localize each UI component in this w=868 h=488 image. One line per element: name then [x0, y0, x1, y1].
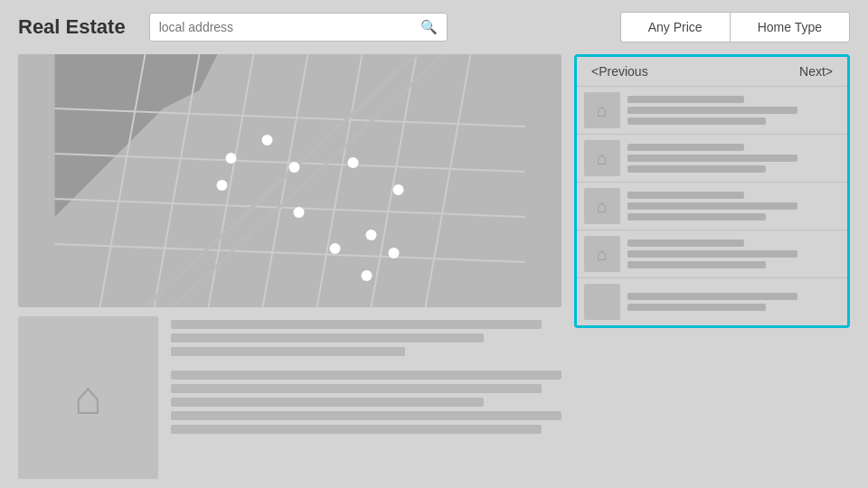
detail-panel: ⌂ — [18, 316, 561, 479]
svg-point-21 — [362, 270, 373, 281]
listing-thumbnail-2: ⌂ — [584, 140, 620, 176]
detail-line-2 — [171, 333, 484, 343]
detail-line-8 — [171, 425, 542, 434]
detail-line-4 — [171, 371, 561, 380]
detail-line-1 — [171, 320, 542, 329]
listings-panel: <Previous Next> ⌂ ⌂ — [574, 54, 850, 328]
listing-text-5 — [627, 293, 840, 311]
detail-line-5 — [171, 384, 542, 393]
svg-point-23 — [226, 153, 237, 164]
map-area[interactable] — [18, 54, 561, 307]
detail-thumbnail: ⌂ — [18, 316, 158, 479]
app-title: Real Estate — [18, 15, 126, 39]
listing-line-4c — [627, 261, 766, 268]
filter-buttons: Any Price Home Type — [620, 12, 850, 42]
listing-line-2b — [627, 155, 797, 162]
svg-point-25 — [389, 248, 400, 258]
search-input[interactable] — [159, 20, 420, 34]
listing-item-last[interactable] — [577, 277, 847, 325]
previous-button[interactable]: <Previous — [591, 64, 648, 79]
header: Real Estate 🔍 Any Price Home Type — [0, 0, 868, 54]
price-filter-button[interactable]: Any Price — [620, 12, 730, 42]
svg-point-24 — [366, 230, 377, 240]
listing-item[interactable]: ⌂ — [577, 134, 847, 182]
svg-point-17 — [294, 207, 305, 218]
main-content: ⌂ <Previous Next> ⌂ — [0, 54, 868, 488]
listing-line-3b — [627, 202, 797, 210]
detail-text-area — [171, 316, 561, 479]
listing-line-4b — [627, 250, 797, 258]
next-button[interactable]: Next> — [799, 64, 833, 79]
listing-text-1 — [627, 96, 840, 125]
listing-text-2 — [627, 144, 840, 173]
listing-line-5a — [627, 293, 797, 300]
listing-line-2c — [627, 165, 766, 173]
listing-thumbnail-1: ⌂ — [584, 92, 620, 128]
listing-item[interactable]: ⌂ — [577, 182, 847, 230]
detail-line-7 — [171, 411, 561, 420]
listing-line-2a — [627, 144, 744, 151]
svg-point-15 — [262, 135, 273, 145]
home-icon-2: ⌂ — [597, 148, 608, 169]
home-type-filter-button[interactable]: Home Type — [730, 12, 850, 42]
listing-text-4 — [627, 239, 840, 268]
listing-thumbnail-3: ⌂ — [584, 188, 620, 224]
svg-point-20 — [330, 243, 341, 254]
svg-point-18 — [393, 184, 404, 195]
listing-text-3 — [627, 192, 840, 221]
search-icon[interactable]: 🔍 — [420, 19, 438, 35]
listing-line-3a — [627, 192, 744, 199]
listing-line-1b — [627, 107, 797, 114]
listings-nav: <Previous Next> — [577, 57, 847, 86]
listing-line-4a — [627, 239, 744, 247]
svg-point-22 — [289, 162, 300, 173]
listing-item[interactable]: ⌂ — [577, 230, 847, 277]
home-icon-large: ⌂ — [74, 371, 102, 425]
left-panel: ⌂ — [18, 54, 561, 479]
listing-thumbnail-4: ⌂ — [584, 236, 620, 272]
detail-line-6 — [171, 398, 484, 407]
detail-line-3 — [171, 347, 405, 356]
search-bar: 🔍 — [149, 13, 448, 42]
listing-line-5b — [627, 304, 766, 311]
svg-point-19 — [348, 157, 359, 168]
home-icon-4: ⌂ — [597, 244, 608, 265]
listing-thumbnail-5 — [584, 284, 620, 320]
svg-point-16 — [217, 180, 228, 191]
listing-item[interactable]: ⌂ — [577, 86, 847, 134]
home-icon-3: ⌂ — [597, 196, 608, 217]
listing-line-1a — [627, 96, 744, 103]
home-icon-1: ⌂ — [597, 100, 608, 121]
listing-line-3c — [627, 213, 766, 221]
listing-line-1c — [627, 117, 766, 125]
